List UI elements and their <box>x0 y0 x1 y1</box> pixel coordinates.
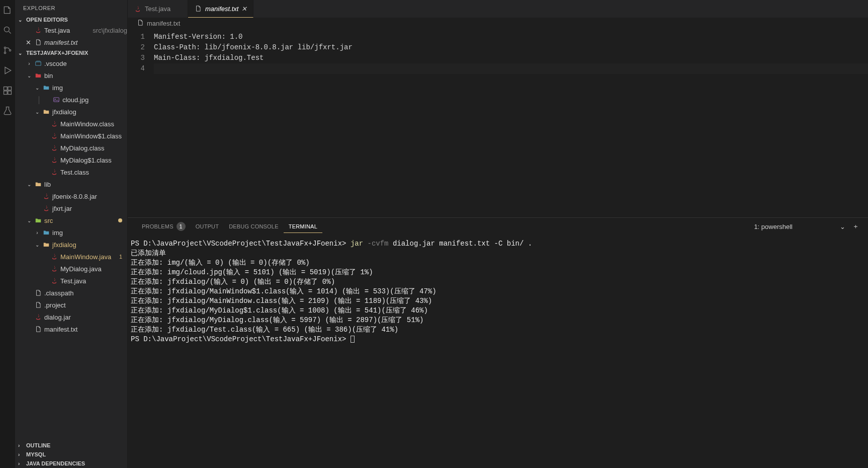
tree-label: MyDialog$1.class <box>60 157 127 164</box>
main-area: Test.javamanifest.txt✕ manifest.txt 1234… <box>128 0 868 468</box>
tree-label: .classpath <box>44 289 127 297</box>
panel-tab-label: PROBLEMS <box>142 223 173 229</box>
panel-actions: 1: powershell ⌄ ＋ <box>754 222 859 231</box>
open-editor-item[interactable]: Test.javasrc\jfxdialog <box>15 24 127 36</box>
explorer-title: EXPLORER <box>15 0 127 15</box>
tree-item[interactable]: jfxrt.jar <box>15 202 127 214</box>
terminal[interactable]: PS D:\JavaProject\VScodeProject\TestJava… <box>128 235 868 468</box>
beaker-icon[interactable] <box>2 105 14 117</box>
chevron-icon[interactable]: ⌄ <box>26 218 32 223</box>
panel-tab[interactable]: TERMINAL <box>284 220 322 233</box>
tree-item[interactable]: .project <box>15 299 127 311</box>
cursor <box>351 336 355 343</box>
chevron-icon[interactable]: ⌄ <box>34 109 40 115</box>
debug-icon[interactable] <box>2 64 14 76</box>
terminal-selector[interactable]: 1: powershell <box>754 223 833 230</box>
tree-label: MainWindow.java <box>60 253 117 261</box>
section-label: OUTLINE <box>26 442 50 448</box>
problem-badge: 1 <box>119 254 122 260</box>
tree-item[interactable]: Test.java <box>15 275 127 287</box>
tab-label: Test.java <box>145 5 170 13</box>
bottom-panel: PROBLEMS1OUTPUTDEBUG CONSOLETERMINAL 1: … <box>128 217 868 468</box>
file-path: src\jfxdialog <box>93 27 127 34</box>
tree-item[interactable]: jfoenix-8.0.8.jar <box>15 190 127 202</box>
close-icon[interactable]: ✕ <box>24 39 32 46</box>
source-control-icon[interactable] <box>2 44 14 56</box>
explorer-sidebar: EXPLORER ⌄ OPEN EDITORS Test.javasrc\jfx… <box>15 0 128 468</box>
tree-label: .vscode <box>44 60 127 67</box>
tree-label: MyDialog.class <box>60 144 127 152</box>
tree-item[interactable]: MainWindow$1.class <box>15 130 127 142</box>
chevron-icon[interactable]: ⌄ <box>26 182 32 187</box>
svg-rect-6 <box>8 87 12 91</box>
open-editors-label: OPEN EDITORS <box>26 17 68 23</box>
tree-item[interactable]: ⌄img <box>15 82 127 94</box>
section-header[interactable]: ›JAVA DEPENDENCIES <box>15 459 127 468</box>
tree-item[interactable]: ⌄src <box>15 214 127 226</box>
file-icon <box>137 19 144 28</box>
tree-item[interactable]: .classpath <box>15 287 127 299</box>
tree-label: MainWindow.class <box>60 120 127 128</box>
project-header[interactable]: ⌄ TESTJAVAFX+JFOENIX <box>15 48 127 57</box>
editor-tab[interactable]: Test.java <box>128 0 188 18</box>
section-header[interactable]: ›OUTLINE <box>15 441 127 450</box>
tree-item[interactable]: Test.class <box>15 166 127 178</box>
svg-point-1 <box>4 47 6 48</box>
tree-item[interactable]: MainWindow.class <box>15 118 127 130</box>
panel-tab-label: TERMINAL <box>289 223 317 229</box>
search-icon[interactable] <box>2 24 14 36</box>
svg-point-3 <box>9 49 11 51</box>
svg-rect-7 <box>4 91 8 95</box>
chevron-icon[interactable]: ⌄ <box>26 73 32 79</box>
tree-label: img <box>52 84 127 92</box>
modified-dot <box>118 218 122 222</box>
tree-item[interactable]: ⌄jfxdialog <box>15 239 127 251</box>
chevron-icon[interactable]: › <box>26 61 32 66</box>
svg-point-0 <box>4 27 9 32</box>
close-icon[interactable]: ✕ <box>241 5 247 13</box>
tree-item[interactable]: ⌄jfxdialog <box>15 106 127 118</box>
section-label: MYSQL <box>26 451 46 457</box>
svg-point-2 <box>4 52 6 53</box>
chevron-icon[interactable]: ⌄ <box>34 85 40 91</box>
chevron-icon[interactable]: ⌄ <box>34 242 40 248</box>
tree-item[interactable]: ›img <box>15 226 127 239</box>
panel-tab-label: DEBUG CONSOLE <box>229 223 279 229</box>
tree-label: Test.class <box>60 169 127 176</box>
tree-item[interactable]: MyDialog.java <box>15 263 127 275</box>
editor-tab[interactable]: manifest.txt✕ <box>188 0 253 18</box>
sidebar-bottom-sections: ›OUTLINE›MYSQL›JAVA DEPENDENCIES <box>15 441 127 468</box>
tree-item[interactable]: ›.vscode <box>15 57 127 69</box>
tree-label: MyDialog.java <box>60 265 127 273</box>
project-label: TESTJAVAFX+JFOENIX <box>26 50 88 56</box>
panel-tab[interactable]: PROBLEMS1 <box>137 219 191 234</box>
tree-label: cloud.jpg <box>62 96 127 104</box>
tree-label: jfxdialog <box>52 241 127 249</box>
tree-item[interactable]: dialog.jar <box>15 311 127 323</box>
editor[interactable]: 1234 Manifest-Version: 1.0Class-Path: li… <box>128 29 868 217</box>
tree-label: Test.java <box>60 277 127 285</box>
tree-item[interactable]: manifest.txt <box>15 323 127 335</box>
panel-tab[interactable]: OUTPUT <box>191 220 224 232</box>
files-icon[interactable] <box>2 4 14 16</box>
tree-label: bin <box>44 72 127 80</box>
extensions-icon[interactable] <box>2 85 14 97</box>
panel-tab[interactable]: DEBUG CONSOLE <box>224 220 284 232</box>
open-editors-header[interactable]: ⌄ OPEN EDITORS <box>15 15 127 24</box>
editor-tabs: Test.javamanifest.txt✕ <box>128 0 868 18</box>
tree-item[interactable]: MyDialog.class <box>15 142 127 154</box>
tree-item[interactable]: │cloud.jpg <box>15 94 127 106</box>
tree-label: manifest.txt <box>44 326 127 333</box>
chevron-icon[interactable]: › <box>34 230 40 236</box>
tree-item[interactable]: ⌄lib <box>15 178 127 190</box>
code-content[interactable]: Manifest-Version: 1.0Class-Path: lib/jfo… <box>154 32 868 217</box>
tree-item[interactable]: MyDialog$1.class <box>15 154 127 166</box>
breadcrumb[interactable]: manifest.txt <box>128 18 868 29</box>
section-header[interactable]: ›MYSQL <box>15 450 127 459</box>
chevron-down-icon[interactable]: ⌄ <box>840 223 845 230</box>
new-terminal-icon[interactable]: ＋ <box>852 222 859 231</box>
tree-item[interactable]: MainWindow.java1 <box>15 251 127 263</box>
tree-label: jfoenix-8.0.8.jar <box>52 193 127 200</box>
tree-item[interactable]: ⌄bin <box>15 69 127 82</box>
open-editor-item[interactable]: ✕manifest.txt <box>15 36 127 48</box>
